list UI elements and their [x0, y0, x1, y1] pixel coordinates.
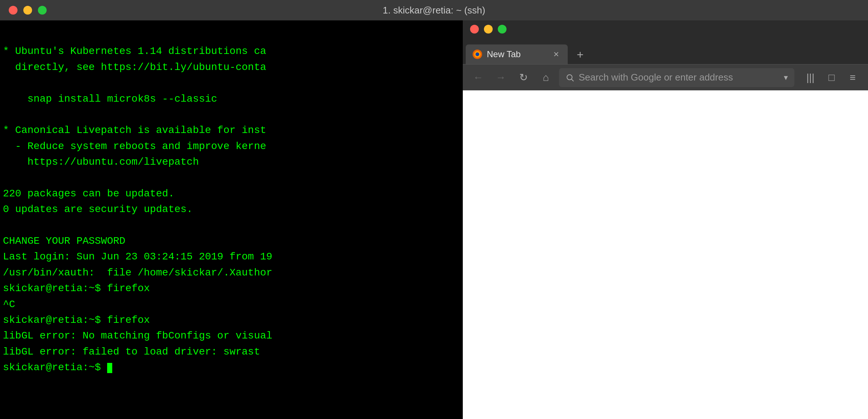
bookmarks-button[interactable]: |||	[801, 68, 820, 87]
reload-button[interactable]: ↻	[514, 68, 533, 87]
active-tab[interactable]: New Tab ✕	[466, 44, 568, 64]
address-bar[interactable]: ▾	[559, 68, 794, 87]
browser-minimize-button[interactable]	[484, 25, 493, 34]
terminal-traffic-lights	[9, 6, 47, 15]
browser-titlebar	[463, 20, 868, 38]
svg-point-2	[476, 52, 479, 56]
terminal-minimize-button[interactable]	[23, 6, 32, 15]
browser-pane: New Tab ✕ + ← → ↻ ⌂	[463, 20, 868, 419]
browser-traffic-lights	[470, 25, 507, 34]
new-tab-button[interactable]: +	[571, 45, 590, 64]
terminal-output: * Ubuntu's Kubernetes 1.14 distributions…	[3, 28, 460, 376]
svg-line-4	[572, 79, 574, 81]
tab-close-button[interactable]: ✕	[551, 49, 561, 59]
browser-maximize-button[interactable]	[498, 25, 507, 34]
tab-favicon-icon	[472, 49, 482, 59]
nav-bar: ← → ↻ ⌂ ▾ |||	[463, 64, 868, 90]
terminal-title: 1. skickar@retia: ~ (ssh)	[383, 5, 485, 16]
synced-tabs-button[interactable]: □	[822, 68, 841, 87]
browser-content	[463, 90, 868, 419]
forward-button[interactable]: →	[491, 68, 510, 87]
nav-right-buttons: ||| □ ≡	[801, 68, 862, 87]
terminal-cursor	[107, 363, 112, 373]
terminal-pane[interactable]: * Ubuntu's Kubernetes 1.14 distributions…	[0, 20, 463, 419]
home-button[interactable]: ⌂	[536, 68, 555, 87]
terminal-close-button[interactable]	[9, 6, 17, 15]
tab-bar: New Tab ✕ +	[463, 38, 868, 64]
browser-close-button[interactable]	[470, 25, 479, 34]
back-button[interactable]: ←	[469, 68, 488, 87]
address-input[interactable]	[579, 72, 779, 83]
svg-point-3	[567, 75, 572, 80]
terminal-titlebar: 1. skickar@retia: ~ (ssh)	[0, 0, 868, 20]
tab-label: New Tab	[487, 49, 547, 59]
menu-button[interactable]: ≡	[843, 68, 862, 87]
address-bar-dropdown-icon[interactable]: ▾	[784, 73, 788, 82]
main-area: * Ubuntu's Kubernetes 1.14 distributions…	[0, 20, 868, 419]
terminal-maximize-button[interactable]	[38, 6, 47, 15]
search-icon	[566, 73, 574, 82]
